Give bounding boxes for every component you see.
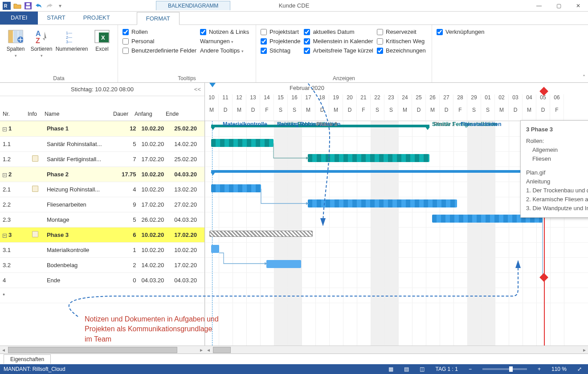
table-row[interactable]: 1.2Sanitär Fertiginstall...717.02.2025.0… <box>0 151 204 167</box>
zoom-out-button[interactable]: − <box>466 366 474 372</box>
qat-dropdown-icon[interactable]: ▾ <box>56 2 64 10</box>
minimize-button[interactable]: — <box>529 0 549 11</box>
table-row[interactable]: −2Phase 217.7510.02.2004.03.20 <box>0 167 204 182</box>
ribbon-tabs: DATEI START PROJEKT FORMAT <box>0 12 588 25</box>
save-icon[interactable] <box>24 2 32 10</box>
collapse-ribbon-icon[interactable]: ˄ <box>580 25 588 82</box>
chk-aktuelles[interactable]: aktuelles Datum <box>304 28 373 35</box>
chk-notizen[interactable]: Notizen & Links <box>200 28 249 35</box>
btn-warnungen[interactable]: Warnungen ▾ <box>200 38 249 45</box>
undo-icon[interactable] <box>35 2 43 10</box>
tooltip-rolle: Fliesen <box>526 154 588 163</box>
tooltip-file: Plan.gif <box>526 168 588 177</box>
dropdown-icon: ▾ <box>41 54 43 58</box>
chk-verknuepf[interactable]: Verknüpfungen <box>437 28 484 35</box>
content-area: Stichtag: 10.02.20 08:00 << Nr. Info Nam… <box>0 83 588 364</box>
table-row[interactable]: 1.1Sanitär Rohinstallat...510.02.2014.02… <box>0 136 204 151</box>
open-icon[interactable] <box>13 2 21 10</box>
redo-icon[interactable] <box>45 2 53 10</box>
group-label-data: Data <box>4 74 113 81</box>
close-button[interactable]: ✕ <box>568 0 588 11</box>
table-row[interactable]: * <box>0 288 204 303</box>
chk-rollen[interactable]: Rollen <box>122 28 196 35</box>
expander-icon[interactable]: − <box>3 234 7 238</box>
excel-icon: X <box>94 28 110 45</box>
sortieren-button[interactable]: AZ Sortieren▾ <box>30 27 53 58</box>
chk-meilenstein[interactable]: Meilenstein in Kalender <box>304 38 373 45</box>
table-row[interactable]: 2.3Montage526.02.2004.03.20 <box>0 212 204 227</box>
context-tab-balkendiagramm[interactable]: BALKENDIAGRAMM <box>156 1 230 10</box>
chk-arbeitsfreie[interactable]: Arbeitsfreie Tage kürzel <box>304 47 373 54</box>
timeline-header: Februar 2020 101112131415161718192021222… <box>205 83 588 121</box>
svg-rect-3 <box>26 6 30 8</box>
table-row[interactable]: 3.1Materialkontrolle110.02.2010.02.20 <box>0 242 204 257</box>
task-table-pane: Stichtag: 10.02.20 08:00 << Nr. Info Nam… <box>0 83 205 346</box>
table-row[interactable]: 4Ende004.03.2004.03.20 <box>0 272 204 288</box>
chk-stichtag[interactable]: Stichtag <box>261 47 300 54</box>
statusbar: MANDANT: Rillsoft_Cloud ▦ ▤ ◫ TAG 1 : 1 … <box>0 364 588 374</box>
label-fliesen: Fliesenarbeiten <box>461 121 502 127</box>
columns-icon <box>8 28 24 45</box>
tab-format[interactable]: FORMAT <box>137 12 180 25</box>
btn-andere-tooltips[interactable]: Andere Tooltips ▾ <box>200 47 249 54</box>
day-of-week-row: MDMDFSSMDMDFSSMDMDFSSMDMDF <box>205 107 588 120</box>
table-row[interactable]: 2.2Fliesenarbeiten917.02.2027.02.20 <box>0 197 204 212</box>
chk-bezeichnungen[interactable]: Bezeichnungen <box>377 47 426 54</box>
col-dauer[interactable]: Dauer <box>110 111 132 121</box>
fullscreen-icon[interactable]: ⤢ <box>575 366 584 372</box>
properties-tab-bar: Eigenschaften <box>0 354 588 364</box>
svg-rect-6 <box>8 30 13 43</box>
document-title: Kunde CDE <box>279 2 310 9</box>
table-row[interactable]: −3Phase 3610.02.2017.02.20 <box>0 227 204 242</box>
tooltip-rolle: Allgemein <box>526 146 588 154</box>
chk-kritisch[interactable]: Kritischen Weg <box>377 38 426 45</box>
zoom-value[interactable]: 110 % <box>549 366 569 372</box>
tab-projekt[interactable]: PROJEKT <box>74 12 119 24</box>
zoom-in-button[interactable]: + <box>535 366 543 372</box>
table-row[interactable]: 3.2Bodenbelag214.02.2017.02.20 <box>0 257 204 272</box>
tab-eigenschaften[interactable]: Eigenschaften <box>4 354 51 364</box>
tab-datei[interactable]: DATEI <box>0 12 38 24</box>
chk-projektstart[interactable]: Projektstart <box>261 28 300 35</box>
expander-icon[interactable]: − <box>3 173 7 177</box>
task-table[interactable]: −1Phase 11210.02.2025.02.201.1Sanitär Ro… <box>0 121 204 303</box>
col-info[interactable]: Info <box>25 111 42 121</box>
col-ende[interactable]: Ende <box>163 111 194 121</box>
zoom-slider[interactable] <box>482 368 527 370</box>
table-row[interactable]: 2.1Heizung Rohinstall...410.02.2013.02.2… <box>0 182 204 197</box>
view-btn-2[interactable]: ▤ <box>401 366 412 372</box>
svg-text:R: R <box>4 4 8 8</box>
chk-projektende[interactable]: Projektende <box>261 38 300 45</box>
col-nr[interactable]: Nr. <box>0 111 25 121</box>
view-btn-3[interactable]: ◫ <box>417 366 427 372</box>
tooltip-anleitung-header: Anleitung <box>526 177 588 186</box>
chk-benutzerdef[interactable]: Benutzerdefinierte Felder <box>122 47 196 54</box>
rewind-button[interactable]: << <box>194 86 201 93</box>
group-label-anzeigen: Anzeigen <box>261 74 427 81</box>
app-icon[interactable]: R <box>3 2 11 10</box>
hscroll-left[interactable]: ◂ ▸ <box>0 346 205 354</box>
tooltip-step: 2. Keramische Fliesen an Wand und Boden <box>526 195 588 204</box>
col-name[interactable]: Name <box>42 111 110 121</box>
expander-icon[interactable]: − <box>3 127 7 131</box>
hscroll-right[interactable]: ◂ ▸ <box>205 346 588 354</box>
status-tag[interactable]: TAG 1 : 1 <box>433 366 460 372</box>
day-numbers-row: 1011121314151617181920212223242526272829… <box>205 94 588 107</box>
tooltip-step: 1. Der Trockenbau und die Rohrinstallati… <box>526 186 588 195</box>
chk-personal[interactable]: Personal <box>122 38 196 45</box>
excel-button[interactable]: X Excel <box>91 27 113 52</box>
col-anfang[interactable]: Anfang <box>132 111 163 121</box>
ribbon: Spalten▾ AZ Sortieren▾ 1—2—3— Nummeriere… <box>0 25 588 83</box>
gantt-pane[interactable]: Februar 2020 101112131415161718192021222… <box>205 83 588 346</box>
maximize-button[interactable]: ▢ <box>549 0 568 11</box>
table-row[interactable]: −1Phase 11210.02.2025.02.20 <box>0 121 204 136</box>
tab-start[interactable]: START <box>38 12 74 24</box>
ribbon-group-verknuepf: Verknüpfungen <box>432 25 580 82</box>
chk-reserve[interactable]: Reservezeit <box>377 28 426 35</box>
spalten-button[interactable]: Spalten▾ <box>4 27 27 58</box>
note-icon <box>32 155 38 162</box>
nummerieren-button[interactable]: 1—2—3— Nummerieren <box>56 27 87 52</box>
label-material: Materialkontrolle <box>223 121 267 127</box>
view-btn-1[interactable]: ▦ <box>386 366 396 372</box>
svg-text:1—: 1— <box>66 31 72 35</box>
